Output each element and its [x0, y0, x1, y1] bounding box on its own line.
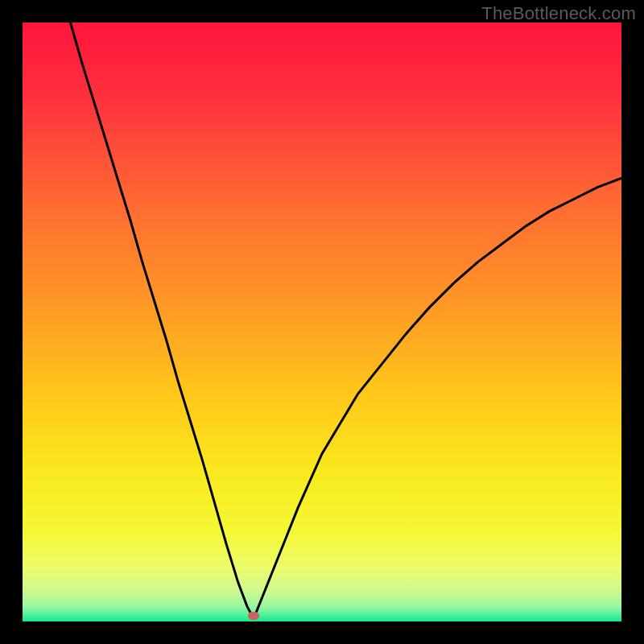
plot-area [23, 23, 621, 621]
watermark-text: TheBottleneck.com [481, 3, 636, 24]
chart-frame: TheBottleneck.com [0, 0, 644, 644]
gradient-background [23, 23, 621, 621]
chart-svg [23, 23, 621, 621]
minimum-marker [248, 612, 259, 620]
